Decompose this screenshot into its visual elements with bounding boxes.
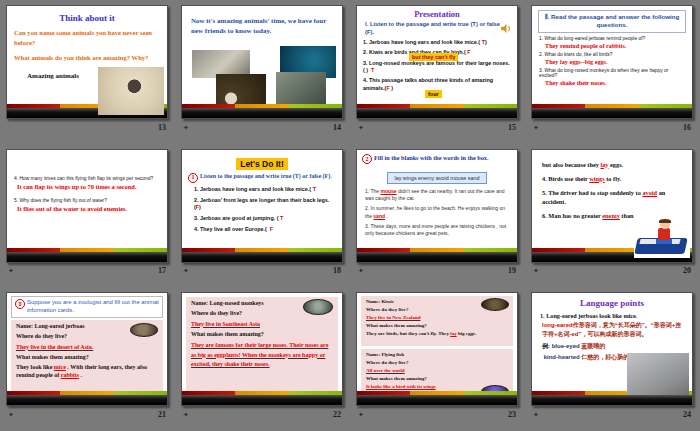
word-bank-box: lay wings enemy avoid mouse sand xyxy=(387,172,486,184)
footer-bar xyxy=(7,395,167,405)
answer-text: It flies out of the water to avoid enemi… xyxy=(17,205,160,212)
slide-cell-24: Language points 1. Long-eared jerboas lo… xyxy=(525,287,700,431)
answer-true: T xyxy=(280,215,283,221)
tf-item: 4. They live all over Europe.( F xyxy=(194,226,336,234)
slide-thumbnail-20[interactable]: but also because they lay eggs. 4. Birds… xyxy=(531,149,693,263)
slide-number: 14 xyxy=(333,123,341,132)
animation-star-icon[interactable]: ✦ xyxy=(533,267,539,274)
slide-thumbnail-13[interactable]: Think about it Can you name some animals… xyxy=(6,5,168,119)
slide-cell-19: 2 Fill in the blanks with the words in t… xyxy=(350,144,525,288)
slide-cell-15: Presentation Ⅰ. Listen to the passage an… xyxy=(350,0,525,144)
slide-thumbnail-19[interactable]: 2 Fill in the blanks with the words in t… xyxy=(356,149,518,263)
card-question: What makes them amazing? xyxy=(16,354,158,362)
circled-number-badge: 1 xyxy=(188,173,198,183)
powerpoint-slide-sorter: Think about it Can you name some animals… xyxy=(0,0,700,431)
correction-note: four xyxy=(425,90,442,98)
animation-star-icon[interactable]: ✦ xyxy=(533,411,539,418)
slide-thumbnail-15[interactable]: Presentation Ⅰ. Listen to the passage an… xyxy=(356,5,518,119)
thumbnail-meta: ✦ 19 xyxy=(356,263,518,279)
slide-cell-20: but also because they lay eggs. 4. Birds… xyxy=(525,144,700,288)
monkey-photo xyxy=(276,72,326,108)
kiwi-photo xyxy=(216,74,266,108)
card-question: What makes them amazing? xyxy=(366,323,508,330)
slide-number: 17 xyxy=(158,266,166,275)
answer-true: T xyxy=(371,67,374,73)
blank-answer: enemy xyxy=(602,212,620,219)
slide-thumbnail-23[interactable]: Name: Kiwis Where do they live? They liv… xyxy=(356,292,518,406)
slide-number: 19 xyxy=(508,266,516,275)
slide-cell-17: 4. How many times can this flying fish f… xyxy=(0,144,175,288)
card-answer: They live in the desert of Asia. xyxy=(16,344,158,352)
question-text: 5. Why does the flying fish fly out of w… xyxy=(14,198,160,203)
tf-item: 3. Jerboas are good at jumping. ( T xyxy=(194,215,336,223)
slide-title: Let's Do It! xyxy=(236,158,288,170)
tf-item: 3. Long-nosed monkeys are famous for the… xyxy=(363,60,511,75)
slide-thumbnail-16[interactable]: Ⅱ. Read the passage and answer the follo… xyxy=(531,5,693,119)
example-item: 例: blue-eyed 蓝眼睛的 xyxy=(542,342,684,351)
animation-star-icon[interactable]: ✦ xyxy=(8,411,14,418)
animation-star-icon[interactable]: ✦ xyxy=(8,267,14,274)
instruction-row: 2 Fill in the blanks with the words in t… xyxy=(362,154,512,164)
vocab-term: blue-eyed xyxy=(552,343,580,349)
thumbnail-meta: ✦ 14 xyxy=(181,119,343,135)
card-answer: They look like mice . With their long ea… xyxy=(16,364,158,380)
blank-answer: sand xyxy=(373,213,385,219)
animation-star-icon[interactable]: ✦ xyxy=(533,124,539,131)
footer-bar xyxy=(357,252,517,262)
instruction-text: Ⅰ. Listen to the passage and write true … xyxy=(365,21,501,36)
slide-number: 24 xyxy=(683,410,691,419)
blank-answer: rabbits xyxy=(61,372,79,378)
slide-cell-23: Name: Kiwis Where do they live? They liv… xyxy=(350,287,525,431)
thumbnail-meta: ✦ 20 xyxy=(531,263,693,279)
question-text: 2. What do kiwis do, like all birds? xyxy=(539,52,685,57)
card-answer: They live in Southeast Asia xyxy=(191,321,333,329)
thumbnail-meta: ✦ 17 xyxy=(6,263,168,279)
animal-info-card: Name: Kiwis Where do they live? They liv… xyxy=(361,296,513,346)
instruction-text: Listen to the passage and write true (T)… xyxy=(200,173,332,183)
question-text: 1. What do long-eared jerboas remind peo… xyxy=(539,36,685,41)
animation-star-icon[interactable]: ✦ xyxy=(358,411,364,418)
intro-text: Now it's amazing animals' time, we have … xyxy=(191,16,333,36)
question-text: What animals do you think are amazing? W… xyxy=(14,53,160,63)
slide-number: 20 xyxy=(683,266,691,275)
animal-info-card: Name: Long-eared jerboas Where do they l… xyxy=(11,320,163,394)
speaker-icon[interactable] xyxy=(501,19,512,37)
slide-thumbnail-14[interactable]: Now it's amazing animals' time, we have … xyxy=(181,5,343,119)
tf-item: 2. Jerboas' front legs are longer than t… xyxy=(194,197,336,212)
animation-star-icon[interactable]: ✦ xyxy=(358,267,364,274)
footer-bar xyxy=(7,252,167,262)
card-question: What makes them amazing? xyxy=(366,376,508,383)
footer-bar xyxy=(182,108,342,118)
slide-cell-13: Think about it Can you name some animals… xyxy=(0,0,175,144)
fill-blank-sentence: but also because they lay eggs. xyxy=(542,160,682,169)
thumbnail-meta: ✦ 16 xyxy=(531,119,693,135)
grammar-explanation: long-eared作形容词，意为“长耳朵的”。“形容词+连字符+名词-ed”，… xyxy=(542,321,684,340)
slide-thumbnail-17[interactable]: 4. How many times can this flying fish f… xyxy=(6,149,168,263)
card-answer: They are birds, but they can't fly. They… xyxy=(366,331,508,338)
animation-star-icon[interactable]: ✦ xyxy=(183,124,189,131)
animation-star-icon[interactable]: ✦ xyxy=(183,267,189,274)
slide-thumbnail-24[interactable]: Language points 1. Long-eared jerboas lo… xyxy=(531,292,693,406)
slide-thumbnail-21[interactable]: 3 Suppose you are a zoologist and fill o… xyxy=(6,292,168,406)
blank-answer: mice xyxy=(54,364,66,370)
animation-star-icon[interactable]: ✦ xyxy=(358,124,364,131)
jerboa-photo xyxy=(627,353,689,395)
thumbnail-meta: ✦ 24 xyxy=(531,406,693,422)
footer-bar xyxy=(532,108,692,118)
thumbnail-meta: ✦ 21 xyxy=(6,406,168,422)
slide-number: 16 xyxy=(683,123,691,132)
card-answer: They are famous for their large noses. T… xyxy=(191,341,333,369)
footer-bar xyxy=(182,395,342,405)
answer-text: They lay eggs--big eggs. xyxy=(545,58,685,65)
fill-blank-sentence: 4. Birds use their wings to fly. xyxy=(542,174,682,183)
card-name: Name: Flying fish xyxy=(366,352,508,359)
tf-item: 1. Jerboas have long ears and look like … xyxy=(194,186,336,194)
animation-star-icon[interactable]: ✦ xyxy=(183,411,189,418)
correction-note: but they can't fly xyxy=(409,53,458,61)
slide-number: 21 xyxy=(158,410,166,419)
thumbnail-meta: ✦ 23 xyxy=(356,406,518,422)
slide-cell-16: Ⅱ. Read the passage and answer the follo… xyxy=(525,0,700,144)
circled-number-badge: 3 xyxy=(15,299,25,309)
slide-thumbnail-22[interactable]: Name: Long-nosed monkeys Where do they l… xyxy=(181,292,343,406)
slide-thumbnail-18[interactable]: Let's Do It! 1 Listen to the passage and… xyxy=(181,149,343,263)
